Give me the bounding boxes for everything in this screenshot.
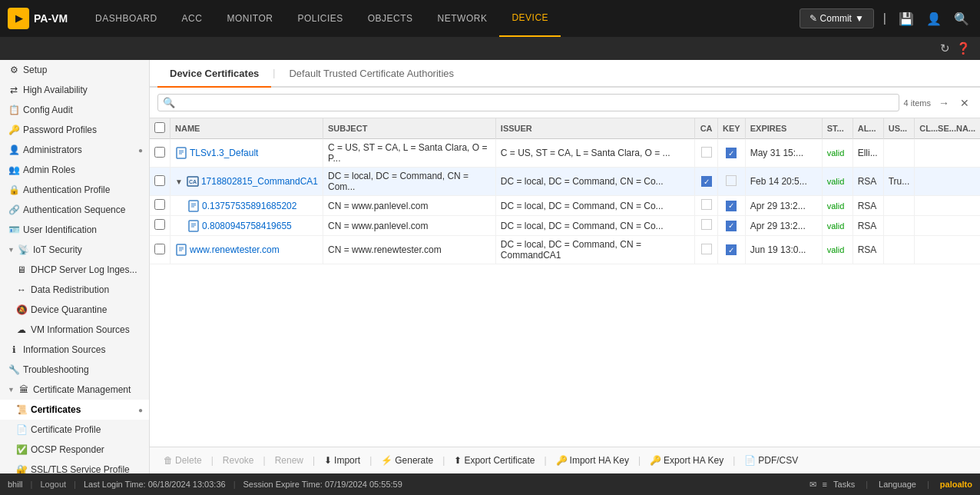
refresh-icon[interactable]: ↻ [940,42,950,55]
select-all-checkbox[interactable] [154,122,165,133]
sidebar-item-auth-sequence[interactable]: 🔗 Authentication Sequence [0,200,149,220]
delete-button[interactable]: 🗑 Delete [157,452,208,469]
revoke-button[interactable]: Revoke [217,452,260,469]
row3-algorithm: RSA [853,196,883,216]
tab-trusted-ca[interactable]: Default Trusted Certificate Authorities [276,60,466,88]
pdf-csv-button[interactable]: 📄 PDF/CSV [738,452,804,469]
sidebar-item-iot[interactable]: ▼ 📡 IoT Security [0,240,149,260]
sidebar-item-info-sources[interactable]: ℹ Information Sources [0,340,149,360]
sidebar-label-iot: IoT Security [33,244,82,255]
row2-expand-btn[interactable]: ▼ [175,178,183,186]
nav-dashboard[interactable]: DASHBOARD [83,0,170,37]
header-status[interactable]: ST... [822,118,853,139]
sidebar-item-certificates[interactable]: 📜 Certificates ● [0,400,149,420]
commit-icon: ✎ [809,13,817,24]
sidebar-item-vm-info[interactable]: ☁ VM Information Sources [0,320,149,340]
sidebar-item-dhcp[interactable]: 🖥 DHCP Server Log Inges... [0,260,149,280]
nav-monitor[interactable]: MONITOR [214,0,285,37]
tab-device-certs[interactable]: Device Certificates [157,60,271,88]
header-expires[interactable]: EXPIRES [745,118,822,139]
row3-checkbox[interactable] [154,199,165,210]
row5-checkbox[interactable] [154,244,165,254]
sidebar-item-user-id[interactable]: 🪪 User Identification [0,220,149,240]
help-icon[interactable]: ❓ [956,42,971,55]
commit-label: Commit [820,13,852,24]
row5-ca [695,236,718,264]
tab-bar: Device Certificates | Default Trusted Ce… [150,60,980,88]
header-ca[interactable]: CA [695,118,718,139]
sep7: | [638,455,641,466]
tasks-icon[interactable]: ≡ [823,480,827,489]
header-issuer[interactable]: ISSUER [495,118,694,139]
nav-acc[interactable]: ACC [170,0,215,37]
search-close-icon[interactable]: ✕ [957,95,972,111]
header-key[interactable]: KEY [718,118,746,139]
commit-button[interactable]: ✎ Commit ▼ [800,8,874,28]
statusbar-logout[interactable]: Logout [40,480,66,489]
header-subject[interactable]: SUBJECT [323,118,496,139]
row4-key-check: ✓ [726,221,737,231]
row4-name-cell: 0.8080945758419655 [171,216,323,236]
header-name[interactable]: NAME [171,118,323,139]
nav-network[interactable]: NETWORK [425,0,500,37]
row1-checkbox-cell [150,139,171,168]
app-logo[interactable]: ▶ PA-VM [8,8,68,29]
delete-icon: 🗑 [164,455,173,466]
generate-label: Generate [395,455,433,466]
row5-name[interactable]: www.renewtester.com [190,244,280,255]
mail-icon[interactable]: ✉ [809,480,816,490]
import-button[interactable]: ⬇ Import [318,452,366,469]
renew-button[interactable]: Renew [269,452,310,469]
sidebar-item-cert-mgmt[interactable]: ▼ 🏛 Certificate Management [0,380,149,400]
commit-dropdown-icon: ▼ [855,13,864,24]
info-icon: ℹ [8,344,20,356]
row3-name[interactable]: 0.13757535891685202 [202,201,296,211]
svg-text:CA: CA [189,179,197,184]
cert-type-icon-3 [187,220,200,232]
sidebar-item-ha[interactable]: ⇄ High Availability [0,80,149,100]
import-ha-key-button[interactable]: 🔑 Import HA Key [550,452,635,469]
header-cl[interactable]: CL...SE...NA... [915,118,980,139]
row2-checkbox[interactable] [154,175,165,186]
sidebar-label-user-id: User Identification [23,224,97,235]
row1-name[interactable]: TLSv1.3_Default [190,148,258,158]
search-input[interactable] [178,98,894,108]
statusbar-tasks[interactable]: Tasks [833,480,855,489]
sidebar-item-setup[interactable]: ⚙ Setup [0,60,149,80]
sidebar-item-cert-profile[interactable]: 📄 Certificate Profile [0,420,149,440]
row2-name[interactable]: 1718802815_CommandCA1 [201,176,318,187]
sidebar-item-data-redist[interactable]: ↔ Data Redistribution [0,280,149,300]
sidebar-item-admin-roles[interactable]: 👥 Admin Roles [0,160,149,180]
sidebar-label-ssl: SSL/TLS Service Profile [31,464,130,473]
sidebar-item-ocsp[interactable]: ✅ OCSP Responder [0,440,149,460]
row1-ca [695,139,718,168]
nav-objects[interactable]: OBJECTS [356,0,425,37]
search-icon[interactable]: 🔍 [951,8,972,29]
table-row: 0.8080945758419655 CN = www.panlevel.com… [150,216,980,236]
sidebar-item-administrators[interactable]: 👤 Administrators ● [0,140,149,160]
header-usage[interactable]: US... [883,118,915,139]
export-ha-key-button[interactable]: 🔑 Export HA Key [644,452,730,469]
header-algorithm[interactable]: AL... [853,118,883,139]
nav-device[interactable]: DEVICE [499,0,561,37]
status-sep3: | [233,480,236,489]
sidebar-item-troubleshooting[interactable]: 🔧 Troubleshooting [0,360,149,380]
statusbar-language[interactable]: Language [879,480,916,489]
user-icon[interactable]: 👤 [923,8,945,29]
sep4: | [369,455,372,466]
generate-button[interactable]: ⚡ Generate [375,452,439,469]
row4-checkbox[interactable] [154,219,165,230]
export-cert-button[interactable]: ⬆ Export Certificate [448,452,541,469]
search-next-icon[interactable]: → [935,95,952,111]
nav-policies[interactable]: POLICIES [285,0,355,37]
sidebar-item-auth-profile[interactable]: 🔒 Authentication Profile [0,180,149,200]
save-icon[interactable]: 💾 [896,8,917,29]
sidebar-item-config-audit[interactable]: 📋 Config Audit [0,100,149,120]
ocsp-icon: ✅ [15,444,28,456]
sidebar-item-ssl-tls[interactable]: 🔐 SSL/TLS Service Profile [0,460,149,473]
search-input-wrap[interactable]: 🔍 [157,94,899,111]
row1-checkbox[interactable] [154,147,165,158]
sidebar-item-quarantine[interactable]: 🔕 Device Quarantine [0,300,149,320]
sidebar-item-password-profiles[interactable]: 🔑 Password Profiles [0,120,149,140]
row4-name[interactable]: 0.8080945758419655 [202,221,292,231]
